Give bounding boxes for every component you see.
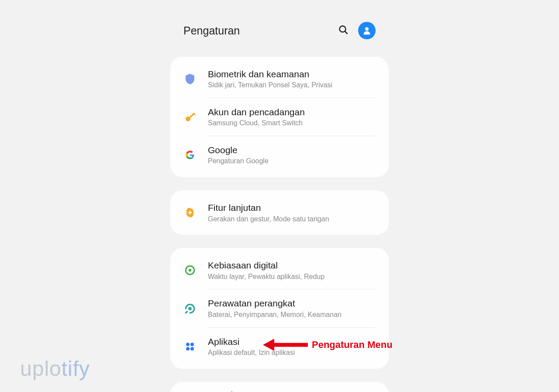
settings-row-advanced[interactable]: Fitur lanjutan Gerakan dan gestur, Mode … (170, 194, 389, 231)
settings-group-1: Biometrik dan keamanan Sidik jari, Temuk… (170, 57, 389, 177)
row-title: Kebiasaan digital (208, 259, 376, 271)
annotation-callout: Pengaturan Menu (262, 336, 393, 354)
digital-wellbeing-icon (183, 265, 197, 276)
row-title: Biometrik dan keamanan (208, 68, 376, 80)
google-icon (183, 150, 197, 160)
key-icon (183, 111, 197, 123)
settings-row-google[interactable]: Google Pengaturan Google (170, 136, 389, 174)
settings-group-2: Fitur lanjutan Gerakan dan gestur, Mode … (170, 190, 389, 235)
svg-point-11 (186, 343, 190, 346)
row-title: Google (208, 144, 376, 156)
page-title: Pengaturan (183, 24, 240, 37)
settings-row-digital-wellbeing[interactable]: Kebiasaan digital Waktu layar, Pewaktu a… (170, 251, 389, 289)
svg-point-12 (190, 343, 194, 346)
annotation-label: Pengaturan Menu (312, 339, 393, 351)
settings-row-device-care[interactable]: Perawatan perangkat Baterai, Penyimpanan… (170, 289, 389, 327)
svg-point-10 (188, 307, 192, 310)
gear-plus-icon (183, 206, 197, 219)
settings-group-4-partial: Manajemen umum (170, 382, 389, 392)
settings-row-biometrics[interactable]: Biometrik dan keamanan Sidik jari, Temuk… (170, 60, 389, 98)
row-subtitle: Gerakan dan gestur, Mode satu tangan (208, 215, 376, 224)
svg-point-2 (365, 27, 369, 31)
svg-point-9 (189, 269, 192, 272)
device-care-icon (183, 303, 197, 314)
row-subtitle: Samsung Cloud, Smart Switch (208, 119, 376, 128)
svg-point-14 (190, 347, 194, 351)
watermark: uplotify (20, 357, 90, 381)
svg-point-13 (186, 347, 190, 351)
svg-rect-7 (188, 212, 192, 213)
svg-marker-16 (263, 339, 274, 351)
arrow-left-icon (262, 336, 310, 354)
row-title: Fitur lanjutan (208, 202, 376, 213)
settings-header: Pengaturan (170, 22, 389, 39)
row-subtitle: Baterai, Penyimpanan, Memori, Keamanan (208, 310, 376, 320)
settings-row-accounts[interactable]: Akun dan pencadangan Samsung Cloud, Smar… (170, 98, 389, 136)
search-icon[interactable] (338, 24, 349, 37)
row-subtitle: Sidik jari, Temukan Ponsel Saya, Privasi (208, 81, 376, 90)
row-subtitle: Waktu layar, Pewaktu aplikasi, Redup (208, 272, 376, 282)
row-title: Perawatan perangkat (208, 297, 376, 309)
row-subtitle: Pengaturan Google (208, 157, 376, 166)
profile-avatar-icon[interactable] (358, 22, 376, 39)
shield-icon (183, 73, 197, 85)
svg-line-1 (345, 31, 347, 34)
apps-grid-icon (183, 341, 197, 352)
row-title: Manajemen umum (208, 390, 376, 392)
row-title: Akun dan pencadangan (208, 106, 376, 118)
